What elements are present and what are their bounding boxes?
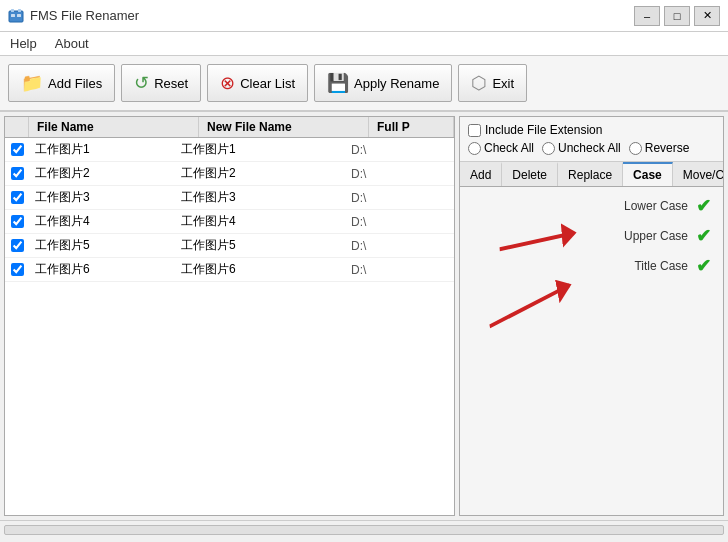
cell-newname-3: 工作图片4 xyxy=(175,210,345,233)
row-check-5[interactable] xyxy=(5,260,29,279)
cell-newname-5: 工作图片6 xyxy=(175,258,345,281)
tab-add[interactable]: Add xyxy=(460,162,502,186)
tab-case[interactable]: Case xyxy=(623,162,673,186)
tab-move-copy[interactable]: Move/Copy xyxy=(673,162,724,186)
cell-fullpath-5: D:\ xyxy=(345,260,454,280)
file-list-area: File Name New File Name Full P 工作图片1 工作图… xyxy=(4,116,455,516)
radio-reverse[interactable]: Reverse xyxy=(629,141,690,155)
case-check-0[interactable]: ✔ xyxy=(696,195,711,217)
radio-row: Check All Uncheck All Reverse xyxy=(468,141,715,155)
minimize-button[interactable]: – xyxy=(634,6,660,26)
cell-filename-1: 工作图片2 xyxy=(29,162,175,185)
cell-fullpath-0: D:\ xyxy=(345,140,454,160)
status-bar xyxy=(0,520,728,538)
panel-content-wrapper: Lower Case ✔ Upper Case ✔ Title Case ✔ xyxy=(460,187,723,515)
exit-icon: ⬡ xyxy=(471,72,487,94)
include-extension-label[interactable]: Include File Extension xyxy=(485,123,602,137)
cell-newname-4: 工作图片5 xyxy=(175,234,345,257)
menu-bar: Help About xyxy=(0,32,728,56)
save-icon: 💾 xyxy=(327,72,349,94)
case-label-0: Lower Case xyxy=(624,199,688,213)
case-check-2[interactable]: ✔ xyxy=(696,255,711,277)
case-label-1: Upper Case xyxy=(624,229,688,243)
cell-filename-4: 工作图片5 xyxy=(29,234,175,257)
table-row[interactable]: 工作图片2 工作图片2 D:\ xyxy=(5,162,454,186)
header-check xyxy=(5,117,29,137)
cell-newname-1: 工作图片2 xyxy=(175,162,345,185)
cell-newname-0: 工作图片1 xyxy=(175,138,345,161)
table-row[interactable]: 工作图片6 工作图片6 D:\ xyxy=(5,258,454,282)
header-filename: File Name xyxy=(29,117,199,137)
add-files-label: Add Files xyxy=(48,76,102,91)
tab-replace[interactable]: Replace xyxy=(558,162,623,186)
scrollbar-track[interactable] xyxy=(4,525,724,535)
panel-options: Include File Extension Check All Uncheck… xyxy=(460,117,723,162)
header-newname: New File Name xyxy=(199,117,369,137)
row-check-3[interactable] xyxy=(5,212,29,231)
radio-uncheck-all[interactable]: Uncheck All xyxy=(542,141,621,155)
tab-delete[interactable]: Delete xyxy=(502,162,558,186)
clear-icon: ⊗ xyxy=(220,72,235,94)
apply-rename-button[interactable]: 💾 Apply Rename xyxy=(314,64,452,102)
table-body: 工作图片1 工作图片1 D:\ 工作图片2 工作图片2 D:\ 工作图片3 工作… xyxy=(5,138,454,515)
folder-icon: 📁 xyxy=(21,72,43,94)
table-row[interactable]: 工作图片4 工作图片4 D:\ xyxy=(5,210,454,234)
cell-fullpath-3: D:\ xyxy=(345,212,454,232)
reset-button[interactable]: ↺ Reset xyxy=(121,64,201,102)
reset-label: Reset xyxy=(154,76,188,91)
table-row[interactable]: 工作图片5 工作图片5 D:\ xyxy=(5,234,454,258)
svg-rect-3 xyxy=(11,14,15,17)
cell-fullpath-1: D:\ xyxy=(345,164,454,184)
clear-list-label: Clear List xyxy=(240,76,295,91)
case-option-row-2: Title Case ✔ xyxy=(468,255,715,277)
reset-icon: ↺ xyxy=(134,72,149,94)
row-check-0[interactable] xyxy=(5,140,29,159)
svg-rect-1 xyxy=(11,9,14,12)
panel-tabs: AddDeleteReplaceCaseMove/Copy xyxy=(460,162,723,187)
svg-rect-4 xyxy=(17,14,21,17)
window-title: FMS File Renamer xyxy=(30,8,634,23)
exit-label: Exit xyxy=(492,76,514,91)
window-controls: – □ ✕ xyxy=(634,6,720,26)
row-check-4[interactable] xyxy=(5,236,29,255)
apply-rename-label: Apply Rename xyxy=(354,76,439,91)
cell-filename-2: 工作图片3 xyxy=(29,186,175,209)
table-row[interactable]: 工作图片1 工作图片1 D:\ xyxy=(5,138,454,162)
cell-fullpath-4: D:\ xyxy=(345,236,454,256)
svg-rect-2 xyxy=(18,9,21,12)
menu-help[interactable]: Help xyxy=(6,34,41,53)
panel-content: Lower Case ✔ Upper Case ✔ Title Case ✔ xyxy=(460,187,723,293)
clear-list-button[interactable]: ⊗ Clear List xyxy=(207,64,308,102)
case-option-row-1: Upper Case ✔ xyxy=(468,225,715,247)
cell-filename-0: 工作图片1 xyxy=(29,138,175,161)
case-label-2: Title Case xyxy=(634,259,688,273)
cell-fullpath-2: D:\ xyxy=(345,188,454,208)
row-check-2[interactable] xyxy=(5,188,29,207)
include-extension-row: Include File Extension xyxy=(468,123,715,137)
main-content: File Name New File Name Full P 工作图片1 工作图… xyxy=(0,112,728,520)
case-check-1[interactable]: ✔ xyxy=(696,225,711,247)
case-option-row-0: Lower Case ✔ xyxy=(468,195,715,217)
toolbar: 📁 Add Files ↺ Reset ⊗ Clear List 💾 Apply… xyxy=(0,56,728,112)
maximize-button[interactable]: □ xyxy=(664,6,690,26)
table-header: File Name New File Name Full P xyxy=(5,117,454,138)
cell-filename-3: 工作图片4 xyxy=(29,210,175,233)
app-icon xyxy=(8,8,24,24)
radio-check-all[interactable]: Check All xyxy=(468,141,534,155)
table-row[interactable]: 工作图片3 工作图片3 D:\ xyxy=(5,186,454,210)
cell-newname-2: 工作图片3 xyxy=(175,186,345,209)
exit-button[interactable]: ⬡ Exit xyxy=(458,64,527,102)
right-panel: Include File Extension Check All Uncheck… xyxy=(459,116,724,516)
include-extension-checkbox[interactable] xyxy=(468,124,481,137)
menu-about[interactable]: About xyxy=(51,34,93,53)
close-button[interactable]: ✕ xyxy=(694,6,720,26)
header-fullpath: Full P xyxy=(369,117,454,137)
row-check-1[interactable] xyxy=(5,164,29,183)
add-files-button[interactable]: 📁 Add Files xyxy=(8,64,115,102)
cell-filename-5: 工作图片6 xyxy=(29,258,175,281)
title-bar: FMS File Renamer – □ ✕ xyxy=(0,0,728,32)
